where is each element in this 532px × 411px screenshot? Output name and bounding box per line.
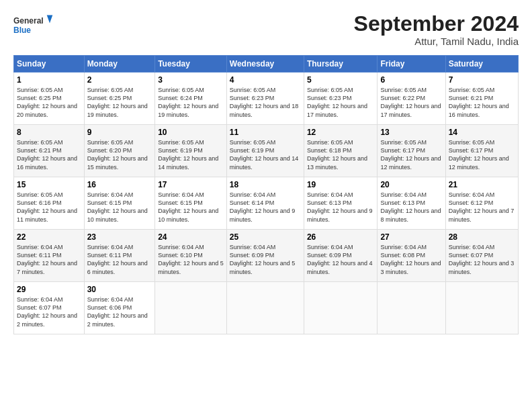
table-cell: 14 Sunrise: 6:05 AMSunset: 6:17 PMDaylig… — [445, 125, 518, 177]
day-number: 4 — [230, 75, 301, 85]
table-cell: 4 Sunrise: 6:05 AMSunset: 6:23 PMDayligh… — [226, 73, 304, 125]
day-detail: Sunrise: 6:05 AMSunset: 6:21 PMDaylight:… — [17, 138, 81, 171]
table-cell: 15 Sunrise: 6:05 AMSunset: 6:16 PMDaylig… — [14, 177, 85, 230]
table-cell: 7 Sunrise: 6:05 AMSunset: 6:21 PMDayligh… — [445, 73, 518, 125]
location-subtitle: Attur, Tamil Nadu, India — [354, 36, 519, 47]
day-number: 7 — [449, 75, 515, 85]
day-number: 28 — [449, 232, 515, 242]
day-number: 22 — [17, 232, 81, 242]
day-detail: Sunrise: 6:04 AMSunset: 6:14 PMDaylight:… — [230, 191, 301, 224]
day-number: 19 — [307, 180, 374, 189]
day-detail: Sunrise: 6:04 AMSunset: 6:15 PMDaylight:… — [158, 191, 224, 224]
day-number: 3 — [158, 75, 224, 85]
day-number: 15 — [17, 180, 81, 189]
day-detail: Sunrise: 6:04 AMSunset: 6:09 PMDaylight:… — [230, 243, 301, 276]
day-number: 1 — [17, 75, 81, 85]
day-number: 18 — [230, 180, 301, 189]
table-cell: 21 Sunrise: 6:04 AMSunset: 6:12 PMDaylig… — [445, 177, 518, 230]
day-number: 16 — [87, 180, 152, 189]
table-cell — [445, 282, 518, 334]
table-cell: 23 Sunrise: 6:04 AMSunset: 6:11 PMDaylig… — [84, 230, 155, 282]
table-cell: 17 Sunrise: 6:04 AMSunset: 6:15 PMDaylig… — [155, 177, 227, 230]
day-number: 2 — [87, 75, 152, 85]
logo-svg: General Blue — [13, 12, 54, 38]
table-cell: 30 Sunrise: 6:04 AMSunset: 6:06 PMDaylig… — [84, 282, 155, 334]
day-number: 14 — [449, 128, 515, 137]
calendar-week-3: 15 Sunrise: 6:05 AMSunset: 6:16 PMDaylig… — [14, 177, 519, 230]
day-number: 25 — [230, 232, 301, 242]
table-cell — [226, 282, 304, 334]
day-number: 29 — [17, 285, 81, 294]
day-detail: Sunrise: 6:05 AMSunset: 6:23 PMDaylight:… — [230, 86, 301, 119]
svg-text:Blue: Blue — [13, 26, 31, 35]
day-number: 24 — [158, 232, 224, 242]
col-saturday: Saturday — [445, 56, 518, 73]
header: General Blue September 2024 Attur, Tamil… — [13, 12, 519, 47]
table-cell: 12 Sunrise: 6:05 AMSunset: 6:18 PMDaylig… — [304, 125, 377, 177]
day-number: 17 — [158, 180, 224, 189]
calendar-table: Sunday Monday Tuesday Wednesday Thursday… — [13, 55, 519, 334]
day-detail: Sunrise: 6:05 AMSunset: 6:17 PMDaylight:… — [449, 138, 515, 171]
day-detail: Sunrise: 6:04 AMSunset: 6:11 PMDaylight:… — [17, 243, 81, 276]
table-cell — [378, 282, 445, 334]
col-thursday: Thursday — [304, 56, 377, 73]
day-detail: Sunrise: 6:04 AMSunset: 6:07 PMDaylight:… — [17, 295, 81, 328]
table-cell: 11 Sunrise: 6:05 AMSunset: 6:19 PMDaylig… — [226, 125, 304, 177]
table-cell: 27 Sunrise: 6:04 AMSunset: 6:08 PMDaylig… — [378, 230, 445, 282]
day-number: 23 — [87, 232, 152, 242]
calendar-week-2: 8 Sunrise: 6:05 AMSunset: 6:21 PMDayligh… — [14, 125, 519, 177]
day-number: 12 — [307, 128, 374, 137]
day-number: 10 — [158, 128, 224, 137]
day-number: 20 — [380, 180, 442, 189]
table-cell: 25 Sunrise: 6:04 AMSunset: 6:09 PMDaylig… — [226, 230, 304, 282]
svg-marker-2 — [47, 15, 53, 23]
table-cell: 18 Sunrise: 6:04 AMSunset: 6:14 PMDaylig… — [226, 177, 304, 230]
day-number: 5 — [307, 75, 374, 85]
day-detail: Sunrise: 6:04 AMSunset: 6:13 PMDaylight:… — [380, 191, 442, 224]
day-number: 26 — [307, 232, 374, 242]
col-wednesday: Wednesday — [226, 56, 304, 73]
day-detail: Sunrise: 6:05 AMSunset: 6:19 PMDaylight:… — [158, 138, 224, 171]
table-cell: 6 Sunrise: 6:05 AMSunset: 6:22 PMDayligh… — [378, 73, 445, 125]
col-monday: Monday — [84, 56, 155, 73]
day-detail: Sunrise: 6:05 AMSunset: 6:18 PMDaylight:… — [307, 138, 374, 171]
table-cell: 24 Sunrise: 6:04 AMSunset: 6:10 PMDaylig… — [155, 230, 227, 282]
table-cell: 5 Sunrise: 6:05 AMSunset: 6:23 PMDayligh… — [304, 73, 377, 125]
table-cell: 16 Sunrise: 6:04 AMSunset: 6:15 PMDaylig… — [84, 177, 155, 230]
day-detail: Sunrise: 6:05 AMSunset: 6:17 PMDaylight:… — [380, 138, 442, 171]
table-cell: 9 Sunrise: 6:05 AMSunset: 6:20 PMDayligh… — [84, 125, 155, 177]
table-cell: 2 Sunrise: 6:05 AMSunset: 6:25 PMDayligh… — [84, 73, 155, 125]
logo: General Blue — [13, 12, 54, 38]
day-detail: Sunrise: 6:05 AMSunset: 6:20 PMDaylight:… — [87, 138, 152, 171]
col-tuesday: Tuesday — [155, 56, 227, 73]
day-number: 30 — [87, 285, 152, 294]
day-detail: Sunrise: 6:05 AMSunset: 6:19 PMDaylight:… — [230, 138, 301, 171]
table-cell: 8 Sunrise: 6:05 AMSunset: 6:21 PMDayligh… — [14, 125, 85, 177]
day-detail: Sunrise: 6:04 AMSunset: 6:13 PMDaylight:… — [307, 191, 374, 224]
header-row: Sunday Monday Tuesday Wednesday Thursday… — [14, 56, 519, 73]
day-detail: Sunrise: 6:05 AMSunset: 6:16 PMDaylight:… — [17, 191, 81, 224]
title-block: September 2024 Attur, Tamil Nadu, India — [354, 12, 519, 47]
day-detail: Sunrise: 6:04 AMSunset: 6:12 PMDaylight:… — [449, 191, 515, 224]
day-detail: Sunrise: 6:05 AMSunset: 6:21 PMDaylight:… — [449, 86, 515, 119]
table-cell: 22 Sunrise: 6:04 AMSunset: 6:11 PMDaylig… — [14, 230, 85, 282]
table-cell: 26 Sunrise: 6:04 AMSunset: 6:09 PMDaylig… — [304, 230, 377, 282]
day-number: 21 — [449, 180, 515, 189]
calendar-week-4: 22 Sunrise: 6:04 AMSunset: 6:11 PMDaylig… — [14, 230, 519, 282]
day-detail: Sunrise: 6:05 AMSunset: 6:25 PMDaylight:… — [17, 86, 81, 119]
day-detail: Sunrise: 6:04 AMSunset: 6:07 PMDaylight:… — [449, 243, 515, 276]
day-number: 9 — [87, 128, 152, 137]
table-cell — [155, 282, 227, 334]
calendar-week-1: 1 Sunrise: 6:05 AMSunset: 6:25 PMDayligh… — [14, 73, 519, 125]
table-cell: 29 Sunrise: 6:04 AMSunset: 6:07 PMDaylig… — [14, 282, 85, 334]
table-cell — [304, 282, 377, 334]
day-detail: Sunrise: 6:05 AMSunset: 6:22 PMDaylight:… — [380, 86, 442, 119]
table-cell: 20 Sunrise: 6:04 AMSunset: 6:13 PMDaylig… — [378, 177, 445, 230]
day-detail: Sunrise: 6:04 AMSunset: 6:11 PMDaylight:… — [87, 243, 152, 276]
day-number: 8 — [17, 128, 81, 137]
col-sunday: Sunday — [14, 56, 85, 73]
table-cell: 19 Sunrise: 6:04 AMSunset: 6:13 PMDaylig… — [304, 177, 377, 230]
day-detail: Sunrise: 6:05 AMSunset: 6:24 PMDaylight:… — [158, 86, 224, 119]
calendar-week-5: 29 Sunrise: 6:04 AMSunset: 6:07 PMDaylig… — [14, 282, 519, 334]
day-detail: Sunrise: 6:04 AMSunset: 6:09 PMDaylight:… — [307, 243, 374, 276]
